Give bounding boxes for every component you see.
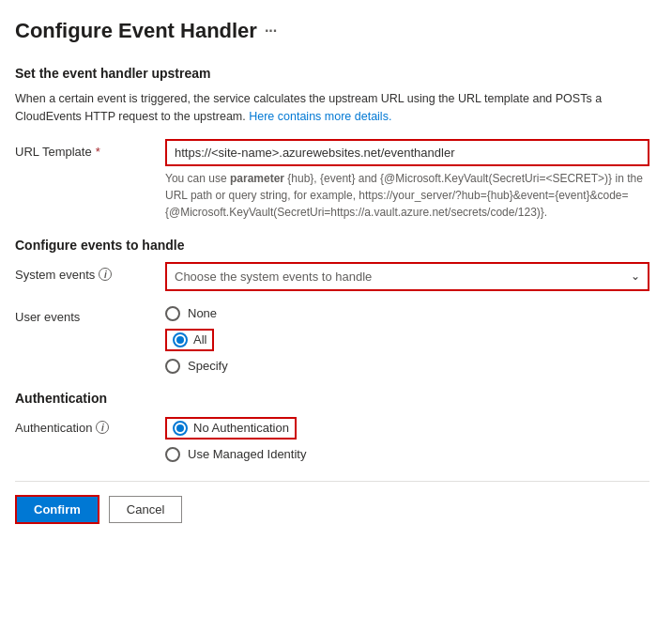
user-events-none-label: None (188, 306, 217, 320)
system-events-label: System events (15, 268, 95, 282)
user-events-all-option[interactable]: All (165, 329, 649, 351)
events-section-title: Configure events to handle (15, 238, 649, 253)
user-events-label: User events (15, 310, 80, 324)
page-title: Configure Event Handler (15, 19, 257, 43)
confirm-button[interactable]: Confirm (15, 495, 99, 524)
auth-managed-identity-label: Use Managed Identity (188, 447, 306, 461)
system-events-dropdown[interactable]: Choose the system events to handle (165, 262, 649, 291)
auth-no-auth-radio (173, 421, 188, 436)
url-required: * (96, 145, 100, 159)
upstream-section-title: Set the event handler upstream (15, 66, 649, 81)
auth-control: No Authentication Use Managed Identity (165, 415, 649, 462)
url-hint: You can use parameter {hub}, {event} and… (165, 170, 649, 221)
auth-label: Authentication (15, 421, 92, 435)
system-events-row: System events i Choose the system events… (15, 262, 649, 291)
auth-row: Authentication i No Authentication (15, 415, 649, 462)
user-events-control: None All Specify (165, 304, 649, 374)
system-events-control: Choose the system events to handle ⌄ (165, 262, 649, 291)
ellipsis-icon[interactable]: ··· (265, 23, 277, 39)
system-events-dropdown-wrapper: Choose the system events to handle ⌄ (165, 262, 649, 291)
upstream-section: Set the event handler upstream When a ce… (15, 66, 649, 221)
user-events-radio-group: None All Specify (165, 304, 649, 374)
user-events-row: User events None All (15, 304, 649, 374)
user-events-all-radio (173, 332, 188, 347)
auth-managed-identity-radio (165, 447, 180, 462)
user-events-none-option[interactable]: None (165, 306, 649, 321)
user-events-all-selected-box: All (165, 329, 214, 351)
url-template-control: You can use parameter {hub}, {event} and… (165, 139, 649, 221)
upstream-description: When a certain event is triggered, the s… (15, 90, 649, 126)
cancel-button[interactable]: Cancel (109, 496, 182, 523)
url-template-row: URL Template * You can use parameter {hu… (15, 139, 649, 221)
auth-info-icon[interactable]: i (96, 421, 109, 434)
url-label: URL Template (15, 145, 92, 159)
user-events-specify-label: Specify (188, 359, 228, 373)
url-template-input[interactable] (165, 139, 649, 166)
auth-managed-identity-option[interactable]: Use Managed Identity (165, 447, 649, 462)
footer: Confirm Cancel (15, 481, 649, 524)
user-events-specify-option[interactable]: Specify (165, 359, 649, 374)
auth-radio-group: No Authentication Use Managed Identity (165, 415, 649, 462)
system-events-info-icon[interactable]: i (99, 268, 112, 281)
events-section: Configure events to handle System events… (15, 238, 649, 374)
auth-no-auth-option[interactable]: No Authentication (165, 417, 649, 440)
user-events-none-radio (165, 306, 180, 321)
more-details-link[interactable]: Here contains more details. (249, 110, 391, 123)
auth-section: Authentication Authentication i No Authe… (15, 391, 649, 462)
user-events-all-label: All (193, 332, 206, 347)
auth-section-title: Authentication (15, 391, 649, 406)
user-events-specify-radio (165, 359, 180, 374)
auth-no-auth-label: No Authentication (193, 421, 289, 435)
auth-no-auth-selected-box: No Authentication (165, 417, 297, 440)
